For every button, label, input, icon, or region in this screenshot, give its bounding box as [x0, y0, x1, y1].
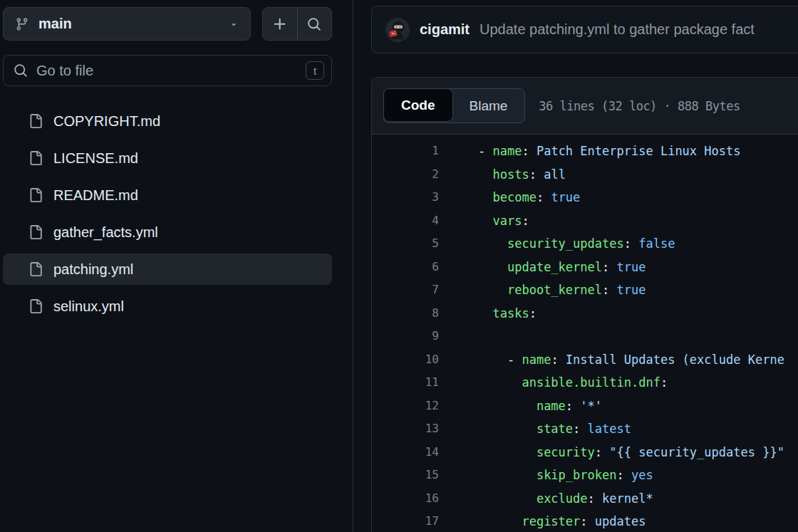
line-number[interactable]: 10: [372, 348, 439, 372]
file-meta-info: 36 lines (32 loc) · 888 Bytes: [539, 99, 740, 113]
line-content: security_updates: false: [478, 232, 675, 256]
file-name: gather_facts.yml: [53, 224, 158, 241]
line-content: update_kernel: true: [478, 256, 646, 279]
go-to-file-input[interactable]: [36, 63, 306, 79]
line-number[interactable]: 11: [372, 371, 439, 395]
file-row[interactable]: selinux.yml: [3, 291, 332, 322]
line-content: become: true: [478, 186, 580, 209]
file-icon: [28, 225, 43, 239]
file-icon: [28, 262, 43, 276]
branch-selector-button[interactable]: main: [3, 7, 251, 41]
code-line: 13 state: latest: [372, 417, 798, 441]
code-line: 6 update_kernel: true: [372, 256, 798, 279]
line-number[interactable]: 2: [372, 163, 439, 187]
file-tree: COPYRIGHT.mdLICENSE.mdREADME.mdgather_fa…: [3, 105, 332, 322]
code-line: 17 register: updates: [372, 510, 798, 532]
search-this-repo-button[interactable]: [297, 8, 332, 40]
line-content: name: '*': [478, 395, 602, 418]
file-icon: [28, 151, 43, 165]
commit-message-link[interactable]: Update patching.yml to gather package fa…: [480, 21, 755, 38]
chevron-down-icon: [229, 19, 239, 29]
file-row[interactable]: COPYRIGHT.md: [3, 105, 332, 137]
line-number[interactable]: 3: [372, 186, 439, 209]
line-content: skip_broken: yes: [478, 464, 653, 487]
file-icon: [28, 114, 43, 128]
code-blame-switcher: Code Blame: [383, 88, 525, 123]
line-number[interactable]: 4: [372, 209, 439, 233]
line-number[interactable]: 15: [372, 464, 439, 487]
line-number[interactable]: 14: [372, 441, 439, 464]
line-content: state: latest: [478, 417, 631, 441]
file-name: COPYRIGHT.md: [53, 113, 160, 130]
line-content: - name: Install Updates (exclude Kerne: [478, 348, 784, 372]
file-row[interactable]: README.md: [3, 179, 332, 211]
code-line: 12 name: '*': [372, 395, 798, 418]
code-line: 9: [372, 325, 798, 348]
line-number[interactable]: 7: [372, 278, 439, 302]
add-file-button[interactable]: [263, 8, 297, 40]
code-line: 1- name: Patch Enterprise Linux Hosts: [372, 140, 798, 163]
code-line: 11 ansible.builtin.dnf:: [372, 371, 798, 395]
line-number[interactable]: 8: [372, 302, 439, 325]
code-view-header: Code Blame 36 lines (32 loc) · 888 Bytes: [372, 78, 798, 135]
file-row[interactable]: gather_facts.yml: [3, 217, 332, 248]
sidebar-topbar: main: [3, 7, 332, 41]
line-content: reboot_kernel: true: [478, 278, 646, 302]
file-name: LICENSE.md: [53, 150, 138, 167]
code-line: 15 skip_broken: yes: [372, 464, 798, 487]
file-name: README.md: [53, 187, 138, 204]
file-name: selinux.yml: [53, 298, 124, 315]
line-number[interactable]: 1: [372, 140, 439, 163]
code-view: Code Blame 36 lines (32 loc) · 888 Bytes…: [371, 77, 798, 532]
go-to-file-box: t: [3, 55, 332, 86]
line-content: exclude: kernel*: [478, 487, 653, 511]
code-line: 2 hosts: all: [372, 163, 798, 187]
line-content: - name: Patch Enterprise Linux Hosts: [478, 140, 741, 163]
file-icon: [28, 188, 43, 202]
line-number[interactable]: 13: [372, 417, 439, 441]
search-icon: [307, 17, 321, 31]
commit-author-link[interactable]: cigamit: [420, 21, 470, 38]
line-content: hosts: all: [478, 163, 566, 187]
line-content: vars:: [478, 209, 529, 233]
code-line: 5 security_updates: false: [372, 232, 798, 256]
latest-commit-banner: cigamit Update patching.yml to gather pa…: [371, 6, 798, 53]
file-name: patching.yml: [53, 261, 133, 278]
avatar[interactable]: [385, 18, 410, 42]
line-number[interactable]: 16: [372, 487, 439, 511]
line-number[interactable]: 5: [372, 232, 439, 256]
file-tree-sidebar: main t COPYRIGHT.mdLICENSE.mdREADME.m: [0, 0, 353, 532]
tab-code[interactable]: Code: [383, 88, 453, 122]
branch-name: main: [38, 16, 72, 32]
file-row[interactable]: LICENSE.md: [3, 142, 332, 174]
line-number[interactable]: 9: [372, 325, 439, 348]
line-content: tasks:: [478, 302, 537, 325]
code-line: 16 exclude: kernel*: [372, 487, 798, 511]
file-view-panel: cigamit Update patching.yml to gather pa…: [371, 0, 798, 532]
code-line: 8 tasks:: [372, 302, 798, 325]
line-content: security: "{{ security_updates }}": [478, 441, 784, 464]
code-line: 14 security: "{{ security_updates }}": [372, 441, 798, 464]
line-content: register: updates: [478, 510, 646, 532]
tree-actions-group: [262, 7, 332, 41]
tab-blame[interactable]: Blame: [452, 89, 525, 122]
code-line: 10 - name: Install Updates (exclude Kern…: [372, 348, 798, 372]
file-icon: [28, 299, 43, 313]
file-row[interactable]: patching.yml: [3, 254, 332, 285]
git-branch-icon: [15, 17, 29, 31]
line-number[interactable]: 17: [372, 510, 439, 532]
code-line: 3 become: true: [372, 186, 798, 209]
line-number[interactable]: 12: [372, 395, 439, 418]
shortcut-key-badge: t: [306, 61, 324, 80]
line-number[interactable]: 6: [372, 256, 439, 279]
code-line: 7 reboot_kernel: true: [372, 278, 798, 302]
code-line: 4 vars:: [372, 209, 798, 233]
plus-icon: [272, 16, 288, 32]
code-lines: 1- name: Patch Enterprise Linux Hosts2 h…: [372, 135, 798, 532]
line-content: ansible.builtin.dnf:: [478, 371, 668, 395]
search-icon: [14, 63, 28, 78]
